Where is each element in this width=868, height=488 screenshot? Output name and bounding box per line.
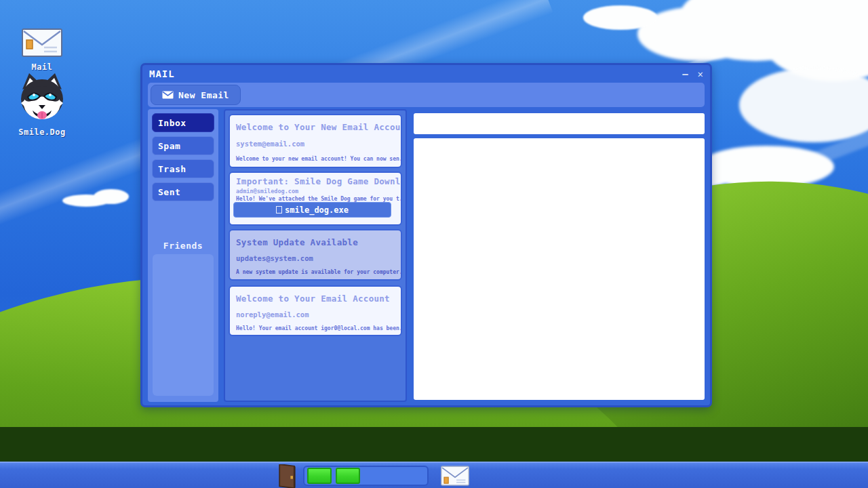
email-list-item[interactable]: Important: Smile Dog Game Download admin…: [229, 171, 402, 226]
desktop-icon-label: Smile.Dog: [12, 127, 73, 137]
door-icon[interactable]: [275, 464, 299, 488]
attachment-download-button[interactable]: smile_dog.exe: [233, 202, 391, 218]
minimize-button[interactable]: —: [682, 69, 688, 79]
attachment-name: smile_dog.exe: [285, 205, 349, 215]
cloud: [583, 5, 658, 30]
email-sender: updates@system.com: [236, 254, 395, 262]
friends-list-panel: [153, 254, 214, 396]
folder-sidebar: Inbox Spam Trash Sent Friends: [148, 109, 218, 402]
mail-envelope-icon[interactable]: [441, 465, 469, 487]
email-list-item[interactable]: System Update Available updates@system.c…: [229, 229, 402, 281]
email-viewer-header: [414, 113, 705, 134]
sidebar-item-trash[interactable]: Trash: [152, 159, 214, 178]
window-title: MAIL: [149, 68, 175, 79]
email-subject: Important: Smile Dog Game Download: [236, 176, 395, 186]
email-list-item[interactable]: Welcome to Your New Email Account system…: [229, 114, 402, 168]
envelope-icon: [22, 28, 62, 57]
email-list-item[interactable]: Welcome to Your Email Account noreply@em…: [229, 285, 402, 336]
sidebar-item-sent[interactable]: Sent: [152, 182, 214, 201]
email-subject: Welcome to Your New Email Account: [236, 122, 395, 132]
file-icon: [276, 206, 282, 214]
green-window-button[interactable]: [336, 468, 360, 484]
email-subject: System Update Available: [236, 237, 395, 247]
husky-icon: [16, 72, 68, 122]
titlebar: MAIL — ✕: [142, 65, 710, 82]
toolbar: New Email: [148, 83, 705, 107]
taskbar-window-panel: [303, 466, 429, 486]
cloud: [678, 0, 834, 61]
email-sender: admin@smiledog.com: [236, 188, 395, 195]
envelope-icon: [162, 91, 174, 99]
email-viewer-body: [414, 138, 705, 400]
friends-label: Friends: [148, 241, 218, 251]
email-preview: Hello! We've attached the Smile Dog game…: [236, 196, 395, 202]
email-preview: Hello! Your email account igor0@local.co…: [236, 325, 395, 331]
new-email-label: New Email: [178, 90, 229, 100]
desktop-icon-smile-dog[interactable]: Smile.Dog: [12, 72, 73, 137]
cloud: [739, 68, 868, 142]
email-list: Welcome to Your New Email Account system…: [224, 109, 407, 402]
email-preview: A new system update is available for you…: [236, 269, 395, 275]
taskbar: [0, 462, 868, 488]
mail-window: MAIL — ✕ New Email Inbox Spam Trash Sent…: [140, 63, 712, 407]
email-sender: system@email.com: [236, 140, 395, 148]
sidebar-item-spam[interactable]: Spam: [152, 136, 214, 155]
desktop-icon-mail[interactable]: Mail: [12, 28, 73, 72]
cloud: [62, 195, 110, 207]
email-preview: Welcome to your new email account! You c…: [236, 156, 395, 162]
desktop-icon-label: Mail: [12, 62, 73, 72]
close-button[interactable]: ✕: [698, 69, 703, 79]
email-sender: noreply@email.com: [236, 310, 395, 319]
green-window-button[interactable]: [307, 468, 332, 484]
new-email-button[interactable]: New Email: [151, 85, 241, 105]
sidebar-item-inbox[interactable]: Inbox: [152, 113, 214, 132]
email-subject: Welcome to Your Email Account: [236, 293, 395, 304]
